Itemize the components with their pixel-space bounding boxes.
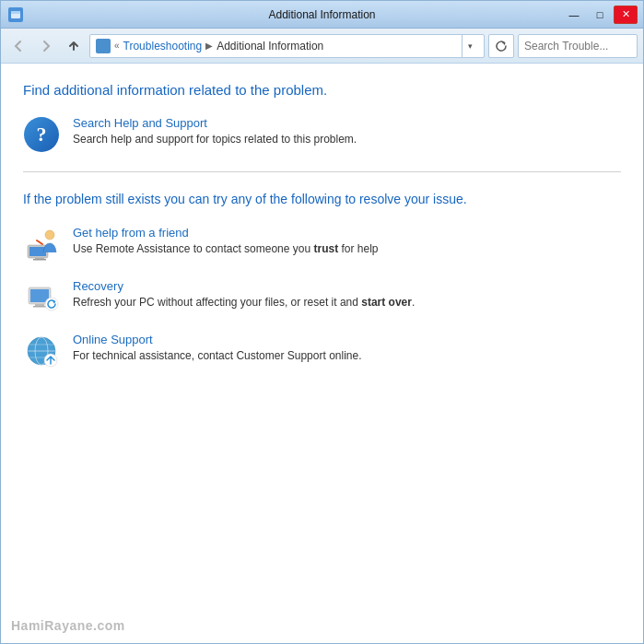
section2-title: If the problem still exists you can try … bbox=[23, 191, 621, 209]
breadcrumb-folder-icon bbox=[96, 39, 111, 53]
online-support-desc: For technical assistance, contact Custom… bbox=[73, 349, 362, 362]
svg-rect-5 bbox=[33, 259, 46, 261]
online-support-link[interactable]: Online Support bbox=[73, 333, 362, 346]
get-help-friend-link[interactable]: Get help from a friend bbox=[73, 226, 379, 240]
online-support-row: Online Support For technical assistance,… bbox=[23, 333, 621, 369]
refresh-button[interactable] bbox=[488, 34, 514, 58]
search-box: 🔍 bbox=[518, 34, 638, 58]
breadcrumb-separator1: « bbox=[114, 41, 120, 51]
friend-text: Get help from a friend Use Remote Assist… bbox=[73, 226, 379, 257]
watermark: HamiRayane.com bbox=[11, 618, 125, 633]
question-mark-icon: ? bbox=[23, 116, 60, 153]
search-help-link[interactable]: Search Help and Support bbox=[73, 116, 357, 130]
breadcrumb-dropdown-button[interactable]: ▾ bbox=[462, 34, 478, 58]
title-bar: Additional Information — □ ✕ bbox=[1, 1, 643, 29]
main-window: Additional Information — □ ✕ « Troublesh… bbox=[0, 0, 644, 644]
friend-icon bbox=[23, 226, 60, 263]
back-button[interactable] bbox=[6, 34, 30, 58]
get-help-friend-row: Get help from a friend Use Remote Assist… bbox=[23, 226, 621, 263]
breadcrumb-arrow: ▶ bbox=[205, 41, 213, 51]
forward-button[interactable] bbox=[34, 34, 58, 58]
search-help-text: Search Help and Support Search help and … bbox=[73, 116, 357, 147]
trust-word: trust bbox=[313, 242, 338, 255]
maximize-button[interactable]: □ bbox=[588, 6, 612, 24]
window-title: Additional Information bbox=[268, 8, 375, 21]
breadcrumb-bar: « Troubleshooting ▶ Additional Informati… bbox=[89, 34, 485, 58]
recovery-row: Recovery Refresh your PC without affecti… bbox=[23, 279, 621, 316]
breadcrumb-current: Additional Information bbox=[217, 40, 323, 53]
svg-rect-9 bbox=[35, 304, 44, 306]
search-help-row: ? Search Help and Support Search help an… bbox=[23, 116, 621, 153]
section-divider bbox=[23, 171, 621, 172]
title-bar-left bbox=[8, 7, 23, 22]
recovery-icon bbox=[23, 279, 60, 316]
svg-rect-10 bbox=[33, 306, 46, 308]
breadcrumb-link-troubleshooting[interactable]: Troubleshooting bbox=[123, 40, 203, 53]
window-icon bbox=[8, 7, 23, 22]
svg-rect-8 bbox=[30, 289, 49, 302]
window-controls: — □ ✕ bbox=[562, 6, 638, 24]
minimize-button[interactable]: — bbox=[562, 6, 586, 24]
svg-point-11 bbox=[45, 298, 58, 310]
recovery-text: Recovery Refresh your PC without affecti… bbox=[73, 279, 415, 310]
question-circle-icon: ? bbox=[24, 117, 59, 152]
online-support-text: Online Support For technical assistance,… bbox=[73, 333, 362, 364]
nav-bar: « Troubleshooting ▶ Additional Informati… bbox=[1, 29, 643, 64]
main-title: Find additional information related to t… bbox=[23, 82, 621, 98]
svg-rect-1 bbox=[11, 11, 20, 14]
main-content: Find additional information related to t… bbox=[1, 64, 643, 643]
recovery-desc: Refresh your PC without affecting your f… bbox=[73, 296, 415, 309]
start-over-word: start over bbox=[361, 296, 412, 309]
close-button[interactable]: ✕ bbox=[614, 6, 638, 24]
online-support-icon bbox=[23, 333, 60, 369]
search-input[interactable] bbox=[524, 40, 644, 53]
svg-point-6 bbox=[45, 230, 54, 240]
friend-desc: Use Remote Assistance to contact someone… bbox=[73, 242, 379, 255]
up-button[interactable] bbox=[62, 34, 86, 58]
search-help-desc: Search help and support for topics relat… bbox=[73, 133, 357, 146]
recovery-link[interactable]: Recovery bbox=[73, 279, 415, 293]
